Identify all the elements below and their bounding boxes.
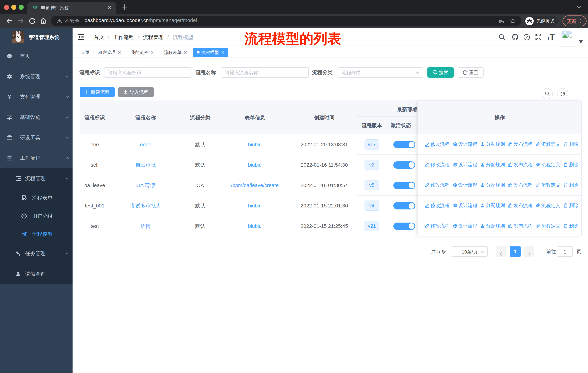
svg-text:?: ? <box>526 35 528 39</box>
